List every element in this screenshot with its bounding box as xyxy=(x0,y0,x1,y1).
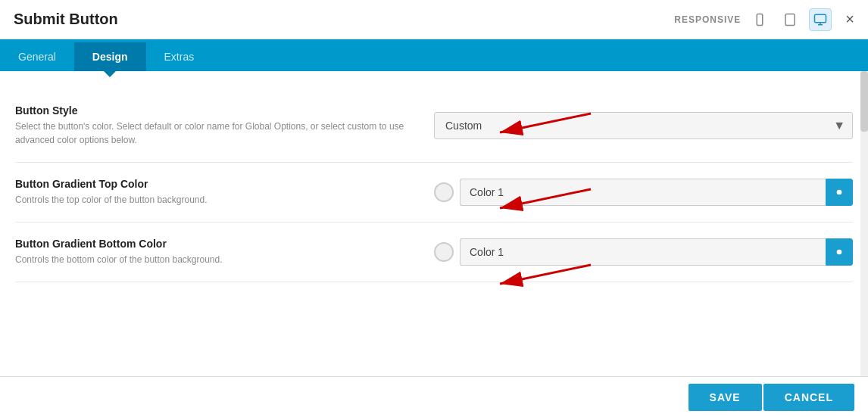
button-style-desc: Select the button's color. Select defaul… xyxy=(15,120,417,147)
tab-design[interactable]: Design xyxy=(74,42,146,71)
mobile-view-button[interactable] xyxy=(748,8,771,31)
gradient-bottom-color-row xyxy=(434,238,853,266)
svg-rect-2 xyxy=(785,14,795,25)
gradient-top-label: Button Gradient Top Color xyxy=(15,178,417,190)
button-style-left: Button Style Select the button's color. … xyxy=(15,104,417,147)
button-style-dropdown[interactable]: Custom Default Primary Secondary xyxy=(434,112,853,139)
gradient-bottom-picker-button[interactable] xyxy=(826,238,853,266)
button-style-dropdown-wrap: Custom Default Primary Secondary ▼ xyxy=(434,112,853,139)
gradient-bottom-input-wrap xyxy=(460,238,853,266)
svg-point-7 xyxy=(837,190,842,195)
header: Submit Button RESPONSIVE × xyxy=(0,0,868,39)
button-style-control: Custom Default Primary Secondary ▼ xyxy=(434,112,853,139)
scrollbar-thumb[interactable] xyxy=(860,71,868,132)
gradient-top-color-input[interactable] xyxy=(460,179,826,206)
svg-rect-0 xyxy=(757,14,763,25)
header-controls: RESPONSIVE × xyxy=(674,8,854,31)
gradient-top-control xyxy=(434,179,853,206)
gradient-bottom-left: Button Gradient Bottom Color Controls th… xyxy=(15,238,417,266)
gradient-bottom-desc: Controls the bottom color of the button … xyxy=(15,253,417,266)
gradient-bottom-color-input[interactable] xyxy=(460,238,826,266)
svg-rect-4 xyxy=(815,14,826,23)
gradient-top-desc: Controls the top color of the button bac… xyxy=(15,193,417,207)
save-button[interactable]: SAVE xyxy=(688,384,762,411)
tablet-view-button[interactable] xyxy=(779,8,801,31)
page-title: Submit Button xyxy=(14,11,118,28)
button-style-label: Button Style xyxy=(15,104,417,117)
responsive-label: RESPONSIVE xyxy=(674,14,741,25)
button-style-section: Button Style Select the button's color. … xyxy=(15,89,853,163)
gradient-top-left: Button Gradient Top Color Controls the t… xyxy=(15,178,417,207)
gradient-top-input-wrap xyxy=(460,179,853,206)
gradient-top-section: Button Gradient Top Color Controls the t… xyxy=(15,163,853,223)
footer: SAVE CANCEL xyxy=(0,376,868,417)
gradient-top-color-row xyxy=(434,179,853,206)
gradient-bottom-section: Button Gradient Bottom Color Controls th… xyxy=(15,223,853,282)
gradient-top-color-swatch[interactable] xyxy=(434,182,454,202)
tab-general[interactable]: General xyxy=(0,42,74,71)
scrollbar[interactable] xyxy=(860,71,868,376)
gradient-bottom-control xyxy=(434,238,853,266)
gradient-bottom-color-swatch[interactable] xyxy=(434,242,454,262)
tab-extras[interactable]: Extras xyxy=(146,42,213,71)
content-area: Button Style Select the button's color. … xyxy=(0,71,868,376)
cancel-button[interactable]: CANCEL xyxy=(763,384,854,411)
desktop-view-button[interactable] xyxy=(809,8,832,31)
tab-bar: General Design Extras xyxy=(0,39,868,71)
gradient-bottom-label: Button Gradient Bottom Color xyxy=(15,238,417,250)
close-button[interactable]: × xyxy=(845,11,854,28)
svg-point-8 xyxy=(837,250,842,255)
gradient-top-picker-button[interactable] xyxy=(826,179,853,206)
